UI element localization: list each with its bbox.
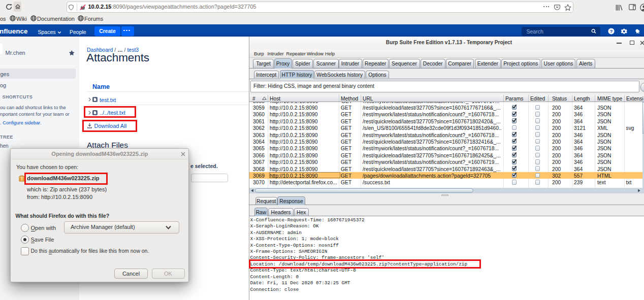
svg-text:?: ? <box>609 29 613 34</box>
